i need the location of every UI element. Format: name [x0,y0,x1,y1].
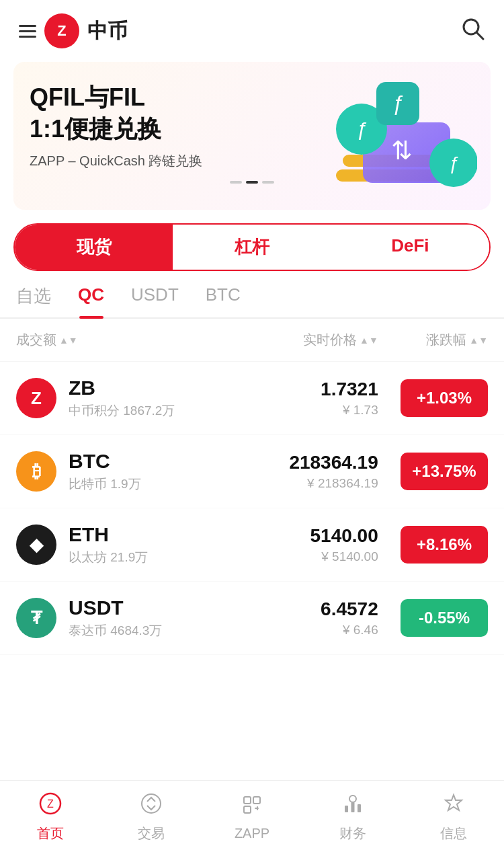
coin-price-main: 6.4572 [214,598,378,620]
change-badge: -0.55% [401,599,488,637]
coin-row[interactable]: Z ZB 中币积分 1867.2万 1.7321 ¥ 1.73 +1.03% [0,362,504,435]
table-header: 成交额 ▲▼ 实时价格 ▲▼ 涨跌幅 ▲▼ [0,319,504,362]
coin-list: Z ZB 中币积分 1867.2万 1.7321 ¥ 1.73 +1.03% ₿… [0,362,504,655]
svg-point-20 [349,795,356,802]
coin-price-btc: 218364.19 ¥ 218364.19 [214,452,378,491]
market-tab-btc[interactable]: BTC [206,284,241,317]
search-icon[interactable] [461,17,485,46]
banner: QFIL与FIL 1:1便捷兑换 ZAPP – QuickCash 跨链兑换 ⇅… [13,62,491,210]
coin-symbol: BTC [69,450,141,473]
nav-info[interactable]: 信息 [403,792,504,843]
coin-name-vol: 泰达币 4684.3万 [69,622,162,639]
menu-button[interactable] [19,25,36,38]
nav-trade-label: 交易 [138,824,165,843]
coin-name-vol: 以太坊 21.9万 [69,549,148,566]
trade-tab-leverage[interactable]: 杠杆 [173,225,331,270]
info-icon [442,792,465,820]
coin-name-vol: 比特币 1.9万 [69,475,141,493]
svg-rect-17 [244,806,251,813]
svg-rect-19 [257,806,258,810]
coin-info-zb: ZB 中币积分 1867.2万 [69,377,175,420]
svg-rect-16 [253,797,260,804]
coin-price-cny: ¥ 6.46 [214,623,378,637]
market-tab-usdt[interactable]: USDT [131,284,179,317]
coin-price-main: 5140.00 [214,525,378,547]
header: Z 中币 [0,0,504,55]
svg-rect-23 [358,804,361,812]
coin-price-main: 1.7321 [214,379,378,400]
coin-icon-eth: ◆ [16,525,56,565]
coin-left-usdt: ₮ USDT 泰达币 4684.3万 [16,596,214,639]
market-tab-qc[interactable]: QC [78,284,104,317]
zapp-icon [241,793,263,822]
svg-text:⇅: ⇅ [391,137,413,165]
logo-icon: Z [44,13,79,48]
coin-price-zb: 1.7321 ¥ 1.73 [214,379,378,418]
coin-symbol: USDT [69,596,162,619]
change-badge: +8.16% [401,526,488,564]
coin-symbol: ZB [69,377,175,399]
coin-info-usdt: USDT 泰达币 4684.3万 [69,596,162,639]
trade-tabs: 现货 杠杆 DeFi [13,223,491,271]
svg-rect-21 [345,806,348,812]
coin-price-cny: ¥ 5140.00 [214,549,378,564]
change-badge: +1.03% [401,379,488,417]
coin-info-btc: BTC 比特币 1.9万 [69,450,141,493]
coin-row[interactable]: ◆ ETH 以太坊 21.9万 5140.00 ¥ 5140.00 +8.16% [0,508,504,582]
change-badge: +13.75% [401,453,488,490]
coin-price-cny: ¥ 1.73 [214,403,378,418]
trade-tab-defi[interactable]: DeFi [331,225,489,270]
nav-finance[interactable]: 财务 [302,792,403,843]
col-change: 涨跌幅 ▲▼ [378,331,488,349]
sort-volume-icon[interactable]: ▲▼ [59,335,78,346]
trade-icon [140,792,163,820]
col-volume: 成交额 ▲▼ [16,331,214,349]
banner-illustration: ⇅ ƒ ƒ ƒ [316,75,477,196]
coin-change-eth: +8.16% [378,526,488,564]
svg-rect-22 [351,802,355,812]
svg-rect-15 [244,797,251,804]
coin-row[interactable]: ₿ BTC 比特币 1.9万 218364.19 ¥ 218364.19 +13… [0,435,504,508]
coin-change-zb: +1.03% [378,379,488,417]
brand-name: 中币 [87,17,128,45]
bottom-nav: Z 首页 交易 ZAPP [0,780,504,854]
coin-change-btc: +13.75% [378,453,488,490]
coin-icon-zb: Z [16,378,56,418]
coin-icon-btc: ₿ [16,451,56,492]
svg-line-1 [476,32,483,39]
header-left: Z 中币 [19,13,128,48]
nav-zapp-label: ZAPP [235,826,269,841]
dot-2 [246,181,258,184]
coin-symbol: ETH [69,523,148,546]
coin-price-main: 218364.19 [214,452,378,473]
market-tab-favorites[interactable]: 自选 [16,284,51,317]
coin-left-btc: ₿ BTC 比特币 1.9万 [16,450,214,493]
home-icon: Z [39,792,62,820]
coin-price-usdt: 6.4572 ¥ 6.46 [214,598,378,637]
coin-price-cny: ¥ 218364.19 [214,476,378,491]
coin-price-eth: 5140.00 ¥ 5140.00 [214,525,378,564]
svg-text:Z: Z [47,798,54,810]
market-tabs: 自选 QC USDT BTC [0,284,504,319]
nav-trade[interactable]: 交易 [101,792,202,843]
coin-info-eth: ETH 以太坊 21.9万 [69,523,148,566]
finance-icon [341,792,364,820]
sort-price-icon[interactable]: ▲▼ [360,335,378,346]
trade-tab-spot[interactable]: 现货 [15,225,173,270]
svg-text:ƒ: ƒ [448,153,459,173]
col-price: 实时价格 ▲▼ [214,331,378,349]
coin-row[interactable]: ₮ USDT 泰达币 4684.3万 6.4572 ¥ 6.46 -0.55% [0,582,504,655]
nav-home[interactable]: Z 首页 [0,792,101,843]
nav-info-label: 信息 [440,824,467,843]
coin-name-vol: 中币积分 1867.2万 [69,402,175,420]
nav-finance-label: 财务 [339,824,366,843]
dot-1 [230,181,242,184]
coin-icon-usdt: ₮ [16,598,56,638]
nav-home-label: 首页 [37,824,64,843]
sort-change-icon[interactable]: ▲▼ [469,335,488,346]
nav-zapp[interactable]: ZAPP [202,793,302,841]
svg-text:ƒ: ƒ [392,91,404,115]
coin-change-usdt: -0.55% [378,599,488,637]
coin-left-zb: Z ZB 中币积分 1867.2万 [16,377,214,420]
dot-3 [262,181,274,184]
